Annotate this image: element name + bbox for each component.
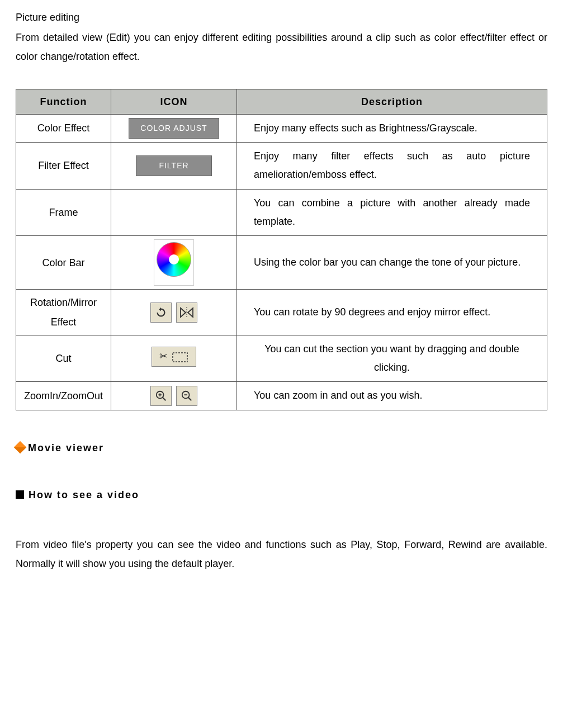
svg-text:✂: ✂	[159, 351, 168, 362]
cell-description: Enjoy many filter effects such as auto p…	[237, 143, 547, 190]
table-row: Rotation/Mirror Effect You can rotate by…	[16, 290, 547, 335]
table-row: Filter Effect FILTER Enjoy many filter e…	[16, 143, 547, 190]
zoom-out-icon	[176, 386, 197, 406]
how-to-see-video-label: How to see a video	[29, 489, 139, 500]
subsection-heading-how-to-see-video: How to see a video	[16, 485, 547, 504]
table-row: Color Effect COLOR ADJUST Enjoy many eff…	[16, 114, 547, 142]
table-row: ZoomIn/ZoomOut You can zoom in and out a…	[16, 382, 547, 410]
table-row: Color Bar Using the color bar you can ch…	[16, 236, 547, 290]
cut-scissors-icon: ✂	[152, 347, 196, 367]
cell-icon: ✂	[111, 335, 237, 382]
cell-icon: FILTER	[111, 143, 237, 190]
cell-icon	[111, 236, 237, 290]
mirror-icon	[176, 302, 197, 323]
svg-line-8	[188, 398, 191, 401]
cell-description: Enjoy many effects such as Brightness/Gr…	[237, 114, 547, 142]
table-row: Frame You can combine a picture with ano…	[16, 189, 547, 236]
cell-icon	[111, 290, 237, 335]
th-function: Function	[16, 89, 111, 114]
cell-function: Cut	[16, 335, 111, 382]
square-bullet-icon	[16, 490, 24, 499]
cell-function: Frame	[16, 189, 111, 236]
cell-function: Color Bar	[16, 236, 111, 290]
cell-icon	[111, 382, 237, 410]
movie-viewer-label: Movie viewer	[28, 442, 104, 453]
cell-icon	[111, 189, 237, 236]
color-adjust-button-icon: COLOR ADJUST	[129, 118, 219, 139]
filter-button-icon: FILTER	[136, 155, 211, 176]
section-heading-movie-viewer: Movie viewer	[16, 438, 547, 457]
th-icon: ICON	[111, 89, 237, 114]
svg-line-4	[163, 398, 166, 401]
svg-rect-2	[173, 353, 187, 362]
cell-description: You can cut the section you want by drag…	[237, 335, 547, 382]
cell-function: ZoomIn/ZoomOut	[16, 382, 111, 410]
intro-paragraph: From detailed view (Edit) you can enjoy …	[16, 28, 547, 66]
diamond-bullet-icon	[14, 441, 27, 454]
cell-description: You can combine a picture with another a…	[237, 189, 547, 236]
cell-function: Filter Effect	[16, 143, 111, 190]
cell-icon: COLOR ADJUST	[111, 114, 237, 142]
th-description: Description	[237, 89, 547, 114]
section-heading-picture-editing: Picture editing	[16, 8, 547, 27]
cell-description: You can zoom in and out as you wish.	[237, 382, 547, 410]
cell-function: Color Effect	[16, 114, 111, 142]
table-row: Cut ✂ You can cut the section you want b…	[16, 335, 547, 382]
color-wheel-icon	[157, 242, 191, 277]
video-paragraph: From video file's property you can see t…	[16, 535, 547, 573]
zoom-in-icon	[150, 386, 172, 406]
functions-table: Function ICON Description Color Effect C…	[16, 89, 547, 410]
rotate-icon	[150, 302, 172, 323]
cell-function: Rotation/Mirror Effect	[16, 290, 111, 335]
cell-description: Using the color bar you can change the t…	[237, 236, 547, 290]
cell-description: You can rotate by 90 degrees and enjoy m…	[237, 290, 547, 335]
